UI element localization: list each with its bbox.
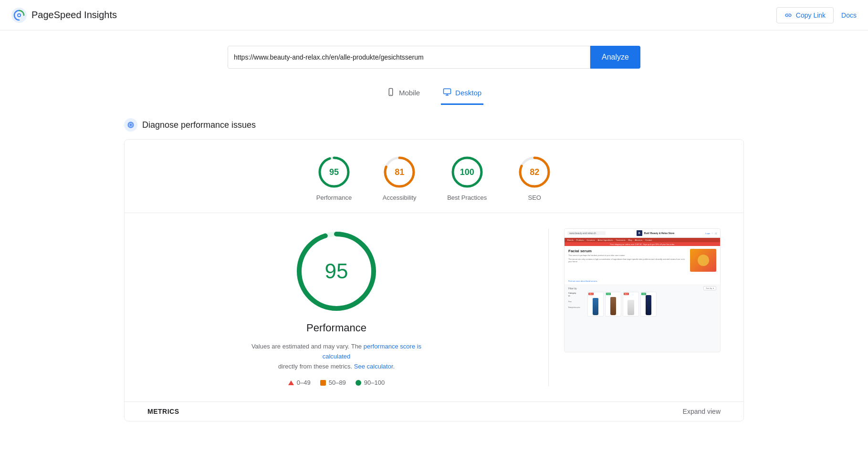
legend: 0–49 50–89 90–100: [288, 379, 385, 386]
tab-mobile[interactable]: Mobile: [385, 84, 422, 105]
score-circle-seo: 82: [517, 155, 552, 189]
header: PageSpeed Insights Copy Link Docs: [0, 0, 868, 31]
score-summary: 95 Performance 81 Accessibility: [125, 140, 743, 213]
preview-product-3: SALE: [623, 292, 639, 317]
preview-filter-bar: Filter by Sort by ▾: [568, 286, 716, 290]
big-score-label: Performance: [306, 322, 366, 334]
diagnose-section: Diagnose performance issues: [0, 105, 868, 139]
website-preview: www.beauty-and-relax.ch B Butt! Beauty &…: [564, 228, 721, 352]
preview-logo: B Butt! Beauty & Relax Store: [637, 230, 675, 236]
diagnose-icon: [127, 121, 135, 129]
score-label-performance: Performance: [316, 194, 352, 201]
score-number-best-practices: 100: [460, 167, 474, 177]
url-input[interactable]: [234, 53, 584, 61]
docs-label: Docs: [841, 11, 857, 19]
legend-poor: 0–49: [288, 379, 311, 386]
preview-product-1: SALE: [587, 292, 604, 317]
link-icon: [784, 11, 792, 19]
score-item-accessibility: 81 Accessibility: [382, 155, 417, 201]
preview-hero: Facial serum This serum is perhaps the h…: [565, 246, 720, 275]
analyze-button[interactable]: Analyze: [590, 46, 640, 69]
url-section: Analyze: [0, 31, 868, 80]
score-label-accessibility: Accessibility: [383, 194, 417, 201]
preview-site-header: www.beauty-and-relax.ch B Butt! Beauty &…: [565, 229, 720, 238]
big-score-number: 95: [325, 259, 348, 283]
svg-point-10: [130, 124, 132, 126]
main-card: 95 Performance 81 Accessibility: [124, 139, 744, 421]
score-number-performance: 95: [329, 167, 339, 177]
svg-point-4: [390, 94, 391, 95]
url-input-wrapper: [228, 46, 590, 69]
preview-hero-desc2: The serum can only contains a high conce…: [568, 258, 686, 263]
desc-link2[interactable]: See calculator.: [354, 363, 395, 370]
legend-red-triangle-icon: [288, 380, 294, 385]
expand-view-button[interactable]: Expand view: [683, 408, 721, 415]
preview-filter-label: Filter by: [568, 287, 577, 290]
metrics-footer: METRICS Expand view: [125, 401, 743, 421]
score-circle-performance: 95: [317, 155, 351, 189]
mobile-icon: [387, 88, 395, 98]
copy-link-button[interactable]: Copy Link: [776, 7, 834, 23]
header-logo-area: PageSpeed Insights: [11, 8, 117, 23]
app-title: PageSpeed Insights: [31, 10, 117, 20]
preview-hero-text: Facial serum This serum is perhaps the h…: [568, 249, 686, 272]
desc-part1: Values are estimated and may vary. The: [251, 343, 362, 350]
preview-filter-col: Category All Price Rating below price: [568, 292, 586, 317]
tab-desktop-label: Desktop: [455, 89, 481, 97]
preview-search-bar: www.beauty-and-relax.ch: [567, 231, 606, 235]
score-label-seo: SEO: [528, 194, 541, 201]
diagnose-title: Diagnose performance issues: [142, 120, 256, 130]
preview-site-name: Butt! Beauty & Relax Store: [644, 232, 675, 235]
preview-promo-banner: Free shipping on orders over CHF 50 · Si…: [565, 242, 720, 246]
header-actions: Copy Link Docs: [776, 7, 857, 23]
score-number-accessibility: 81: [395, 167, 404, 177]
preview-hero-desc1: This serum is perhaps the hardest produc…: [568, 254, 686, 257]
copy-link-label: Copy Link: [796, 11, 826, 19]
preview-hero-title: Facial serum: [568, 249, 686, 253]
score-description: Values are estimated and may vary. The p…: [246, 342, 427, 371]
preview-logo-icon: B: [637, 230, 642, 236]
legend-needs-range: 50–89: [329, 379, 346, 386]
score-circle-accessibility: 81: [382, 155, 417, 189]
score-item-best-practices: 100 Best Practices: [447, 155, 487, 201]
pagespeed-logo-icon: [11, 8, 27, 23]
preview-product-2: NEW: [605, 292, 621, 317]
legend-needs-improvement: 50–89: [320, 379, 346, 386]
preview-sort-bar: Sort by ▾: [703, 286, 716, 290]
left-content: 95 Performance Values are estimated and …: [147, 228, 548, 386]
score-item-seo: 82 SEO: [517, 155, 552, 201]
preview-link-line: Find out more about facial serums: [565, 275, 720, 284]
preview-nav-bar: Brands Products Concerns Active Ingredie…: [565, 238, 720, 242]
metrics-label: METRICS: [147, 408, 179, 415]
legend-good-range: 90–100: [364, 379, 385, 386]
preview-product-4: NEW: [640, 292, 657, 317]
score-circle-best-practices: 100: [450, 155, 484, 189]
svg-rect-5: [444, 89, 451, 94]
big-score-circle: 95: [293, 228, 379, 314]
preview-product-grid: SALE NEW SALE: [587, 292, 716, 317]
desc-part2: directly from these metrics.: [278, 363, 352, 370]
legend-green-circle-icon: [356, 380, 361, 386]
legend-good: 90–100: [356, 379, 385, 386]
preview-filter-options: Category All Price Rating below price SA…: [568, 292, 716, 317]
svg-point-2: [18, 14, 20, 16]
desktop-icon: [443, 88, 451, 98]
preview-login-area: Login ♡ 🛒: [705, 232, 717, 235]
docs-button[interactable]: Docs: [841, 11, 857, 19]
content-area: 95 Performance Values are estimated and …: [125, 213, 743, 401]
preview-hero-image: [690, 249, 716, 272]
right-content: www.beauty-and-relax.ch B Butt! Beauty &…: [549, 228, 721, 386]
diagnose-icon-wrapper: [124, 118, 137, 132]
legend-poor-range: 0–49: [297, 379, 311, 386]
legend-orange-square-icon: [320, 380, 326, 386]
score-item-performance: 95 Performance: [316, 155, 352, 201]
preview-products-section: Filter by Sort by ▾ Category All: [565, 284, 720, 352]
preview-content: www.beauty-and-relax.ch B Butt! Beauty &…: [565, 229, 720, 352]
tab-mobile-label: Mobile: [399, 89, 420, 97]
score-label-best-practices: Best Practices: [447, 194, 487, 201]
tabs-section: Mobile Desktop: [0, 80, 868, 105]
score-number-seo: 82: [530, 167, 539, 177]
tab-desktop[interactable]: Desktop: [441, 84, 483, 105]
